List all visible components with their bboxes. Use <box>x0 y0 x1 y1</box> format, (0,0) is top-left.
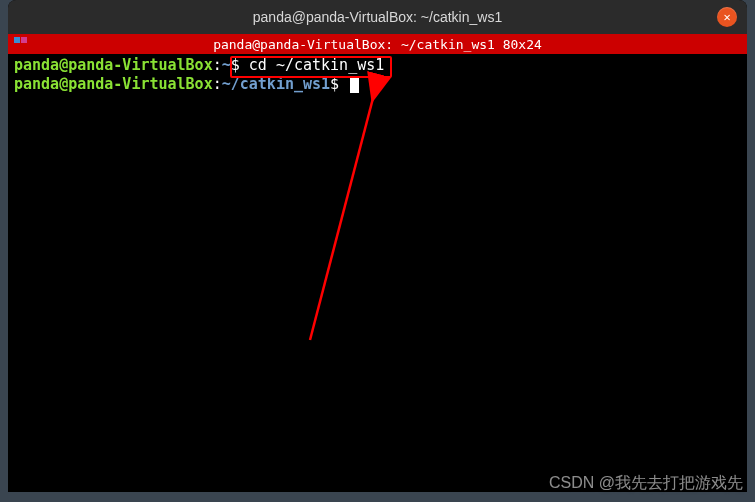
terminal-body[interactable]: panda@panda-VirtualBox:~$ cd ~/catkin_ws… <box>8 54 747 96</box>
prompt-line: panda@panda-VirtualBox:~$ cd ~/catkin_ws… <box>14 56 741 75</box>
prompt-line: panda@panda-VirtualBox:~/catkin_ws1$ <box>14 75 741 94</box>
close-icon: ✕ <box>723 10 730 24</box>
cursor-block <box>350 77 359 93</box>
prompt-path: ~/catkin_ws1 <box>222 75 330 93</box>
window-title: panda@panda-VirtualBox: ~/catkin_ws1 <box>253 9 502 25</box>
prompt-user: panda@panda-VirtualBox <box>14 56 213 74</box>
tile-icon <box>14 37 27 43</box>
close-button[interactable]: ✕ <box>717 7 737 27</box>
watermark-text: CSDN @我先去打把游戏先 <box>549 473 743 494</box>
command-text: cd ~/catkin_ws1 <box>240 56 385 74</box>
titlebar: panda@panda-VirtualBox: ~/catkin_ws1 ✕ <box>8 0 747 34</box>
terminal-window: panda@panda-VirtualBox: ~/catkin_ws1 ✕ p… <box>8 0 747 492</box>
notify-text: panda@panda-VirtualBox: ~/catkin_ws1 80x… <box>213 37 542 52</box>
notify-bar: panda@panda-VirtualBox: ~/catkin_ws1 80x… <box>8 34 747 54</box>
prompt-path: ~ <box>222 56 231 74</box>
prompt-user: panda@panda-VirtualBox <box>14 75 213 93</box>
